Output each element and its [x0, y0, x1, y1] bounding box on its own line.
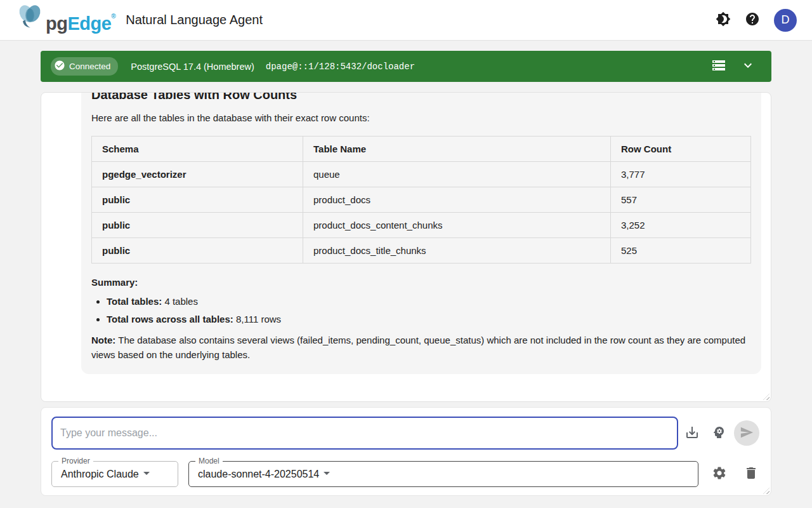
table-row: public product_docs_content_chunks 3,252 — [92, 213, 751, 238]
list-item: Total rows across all tables: 8,111 rows — [107, 314, 751, 324]
composer-settings-row: Provider Anthropic Claude Model claude-s… — [51, 461, 761, 487]
pgedge-logo: pgEdge® — [15, 3, 115, 37]
row-counts-table: Schema Table Name Row Count pgedge_vecto… — [91, 136, 751, 264]
reasoning-toggle-button[interactable] — [711, 425, 726, 442]
chevron-down-icon — [740, 58, 756, 75]
server-version-label: PostgreSQL 17.4 (Homebrew) — [131, 62, 254, 72]
model-select-label: Model — [195, 457, 223, 465]
user-avatar[interactable]: D — [774, 9, 797, 32]
table-header-row: Schema Table Name Row Count — [92, 137, 751, 162]
assistant-message: Database Tables with Row Counts Here are… — [81, 92, 761, 374]
delete-icon — [743, 465, 759, 483]
message-note: Note: The database also contains several… — [91, 333, 751, 363]
status-badge-label: Connected — [69, 62, 110, 71]
status-badge: Connected — [51, 57, 118, 76]
column-header-table-name: Table Name — [303, 137, 611, 162]
composer-panel: Provider Anthropic Claude Model claude-s… — [41, 407, 771, 496]
list-item: Total tables: 4 tables — [107, 296, 751, 307]
table-row: public product_docs_title_chunks 525 — [92, 238, 751, 264]
send-icon — [740, 425, 754, 441]
settings-button[interactable] — [712, 465, 727, 483]
summary-list: Total tables: 4 tables Total rows across… — [91, 296, 751, 324]
message-intro: Here are all the tables in the database … — [91, 112, 751, 123]
dropdown-arrow-icon — [319, 465, 334, 483]
connection-bar[interactable]: Connected PostgreSQL 17.4 (Homebrew) dpa… — [41, 51, 771, 82]
message-heading: Database Tables with Row Counts — [91, 92, 751, 102]
connection-expand-button[interactable] — [740, 58, 756, 75]
table-row: pgedge_vectorizer queue 3,777 — [92, 162, 751, 187]
help-button[interactable] — [745, 11, 760, 29]
table-row: public product_docs 557 — [92, 187, 751, 213]
check-circle-icon — [54, 60, 65, 73]
composer-input-row — [51, 417, 761, 450]
column-header-row-count: Row Count — [611, 137, 751, 162]
column-header-schema: Schema — [92, 137, 303, 162]
help-icon — [745, 11, 760, 29]
download-icon — [684, 425, 700, 442]
download-chat-button[interactable] — [684, 425, 700, 442]
database-info-button[interactable] — [711, 58, 726, 75]
provider-select-value: Anthropic Claude — [61, 469, 139, 480]
summary-heading: Summary: — [91, 277, 751, 288]
logo-text: pgEdge® — [46, 3, 115, 37]
psychology-icon — [711, 425, 726, 442]
provider-select[interactable]: Provider Anthropic Claude — [51, 461, 178, 487]
model-select-value: claude-sonnet-4-20250514 — [198, 469, 319, 480]
clear-chat-button[interactable] — [743, 465, 759, 483]
page-title: Natural Language Agent — [126, 13, 263, 27]
connection-bar-actions — [711, 58, 756, 75]
storage-icon — [711, 58, 726, 75]
chat-history-panel[interactable]: Database Tables with Row Counts Here are… — [41, 92, 771, 402]
pgedge-heart-icon — [15, 3, 46, 33]
connection-string: dpage@::1/128:5432/docloader — [266, 62, 415, 72]
message-input[interactable] — [51, 417, 678, 450]
send-button[interactable] — [734, 420, 759, 446]
model-select[interactable]: Model claude-sonnet-4-20250514 — [188, 461, 698, 487]
theme-toggle-button[interactable] — [716, 11, 731, 29]
app-header: pgEdge® Natural Language Agent D — [0, 0, 812, 41]
header-actions: D — [716, 9, 797, 32]
dropdown-arrow-icon — [139, 465, 154, 483]
settings-icon — [712, 465, 727, 483]
provider-select-label: Provider — [58, 457, 93, 465]
brightness-icon — [716, 11, 731, 29]
